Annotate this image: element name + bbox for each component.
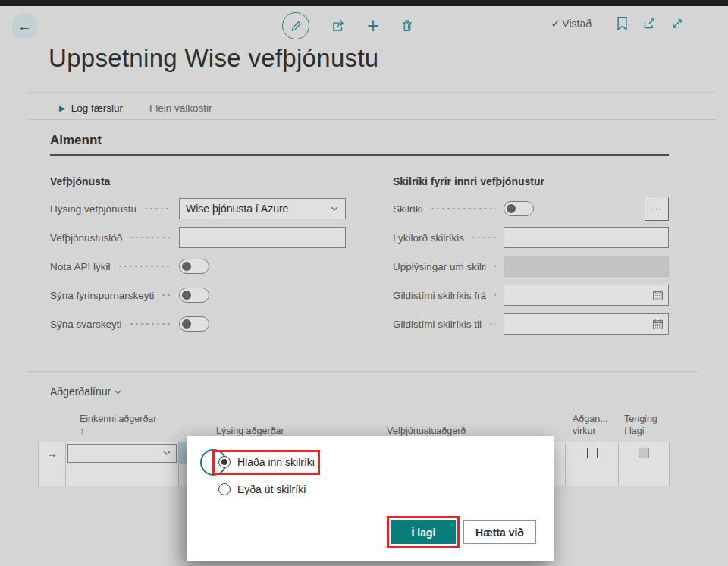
ok-button[interactable]: Í lagi — [391, 520, 456, 544]
radio-label: Eyða út skilríki — [237, 483, 306, 495]
radio-label: Hlaða inn skilríki — [237, 456, 315, 468]
radio-unselected-icon[interactable] — [218, 483, 231, 495]
certificate-dialog: i Hlaða inn skilríki Eyða út skilríki Í … — [187, 436, 554, 561]
radio-option-delete-certificate[interactable]: Eyða út skilríki — [218, 483, 306, 495]
radio-option-load-certificate[interactable]: Hlaða inn skilríki — [218, 456, 315, 468]
radio-selected-icon[interactable] — [218, 456, 231, 468]
cancel-button[interactable]: Hætta við — [463, 520, 536, 544]
